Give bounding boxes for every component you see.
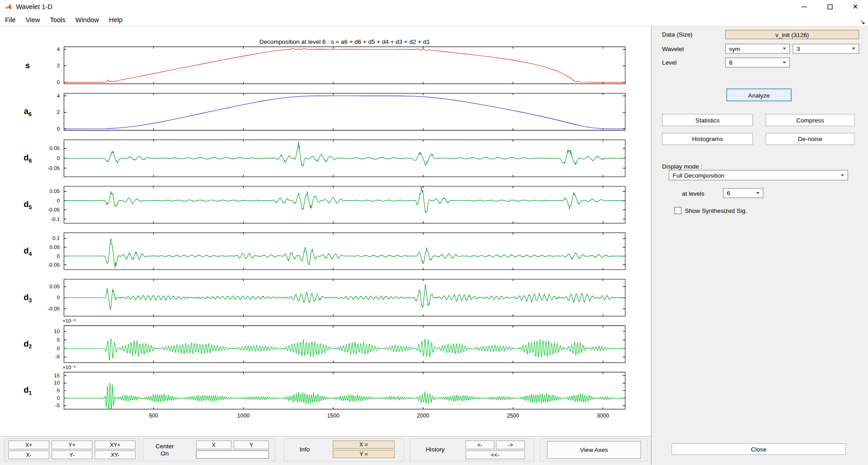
data-size-label: Data (Size) <box>662 31 692 38</box>
x-tick-label: 1500 <box>327 413 340 418</box>
x-tick-label: 2500 <box>507 413 519 418</box>
titlebar: Wavelet 1-D ✕ <box>0 0 868 13</box>
show-synthesized-checkbox[interactable] <box>674 207 681 214</box>
zoom-y-out-button[interactable]: Y- <box>52 451 93 460</box>
plot-a6[interactable] <box>64 93 626 131</box>
wavelet-1d-window: Wavelet 1-D ✕ File View Tools Window Hel… <box>0 0 868 465</box>
zoom-xy-in-button[interactable]: XY+ <box>94 441 136 450</box>
history-label: History <box>426 446 445 453</box>
menu-window[interactable]: Window <box>71 14 104 26</box>
chevron-down-icon <box>841 174 844 176</box>
data-size-field: v_init (3126) <box>725 30 859 39</box>
view-axes-group: View Axes <box>540 438 648 461</box>
y-tick-label: 0 <box>31 395 60 401</box>
wavelet-label: Wavelet <box>662 45 684 52</box>
zoom-group: X+ Y+ XY+ X- Y- XY- <box>5 438 140 461</box>
y-tick-label: 4 <box>31 93 60 99</box>
plot-d2[interactable] <box>64 325 626 363</box>
y-tick-label: 4 <box>31 46 60 52</box>
y-tick-label: 0 <box>31 345 60 351</box>
history-forward-button[interactable]: -> <box>496 441 525 450</box>
decomposition-plot-region: Decomposition at level 6 : s = a6 + d6 +… <box>0 27 651 436</box>
wavelet-family-value: sym <box>729 45 741 52</box>
panel-row-d4: d40.10.050-0.05 <box>0 232 626 270</box>
y-tick-label: 15 <box>31 372 60 378</box>
maximize-button[interactable] <box>817 0 842 13</box>
plot-d1[interactable] <box>64 372 626 409</box>
wavelet-family-select[interactable]: sym <box>725 44 790 54</box>
plot-d3[interactable] <box>64 279 626 316</box>
wavelet-number-select[interactable]: 3 <box>793 44 859 54</box>
at-levels-value: 6 <box>727 190 731 197</box>
plot-s[interactable] <box>64 47 626 84</box>
center-value-input[interactable] <box>196 451 269 459</box>
zoom-x-out-button[interactable]: X- <box>8 451 49 460</box>
zoom-y-in-button[interactable]: Y+ <box>52 441 93 450</box>
chevron-down-icon <box>783 47 786 50</box>
center-x-button[interactable]: X <box>196 441 231 450</box>
center-on-group: Center On X Y <box>143 438 276 461</box>
maximize-icon <box>827 4 832 9</box>
sidebar: Data (Size) v_init (3126) Wavelet sym 3 … <box>651 27 868 465</box>
at-levels-select[interactable]: 6 <box>723 188 763 198</box>
close-button[interactable]: Close <box>671 443 846 455</box>
y-tick-label: 0.05 <box>31 145 60 151</box>
center-label-line2: On <box>156 450 174 457</box>
y-tick-label: 0 <box>31 294 60 300</box>
level-value: 6 <box>729 59 733 66</box>
history-group: History <- -> <<- <box>410 438 534 461</box>
y-tick-label: 0.05 <box>31 283 60 289</box>
analyze-button[interactable]: Analyze <box>726 89 792 101</box>
menu-file[interactable]: File <box>0 14 21 26</box>
minimize-icon <box>802 6 807 7</box>
display-mode-label: Display mode : <box>662 163 702 170</box>
close-window-button[interactable]: ✕ <box>843 0 868 13</box>
statistics-button[interactable]: Statistics <box>662 114 753 126</box>
histograms-button[interactable]: Histograms <box>662 133 753 145</box>
history-rewind-button[interactable]: <<- <box>466 451 525 460</box>
y-tick-label: -0.05 <box>31 165 60 171</box>
y-tick-label: 10 <box>31 380 60 385</box>
y-tick-label: -0.1 <box>31 216 60 221</box>
y-tick-label: -5 <box>31 402 60 408</box>
info-group: Info X = Y = <box>283 438 404 461</box>
y-tick-label: 0 <box>31 253 60 258</box>
level-label: Level <box>662 59 676 66</box>
y-tick-label: -5 <box>31 354 60 360</box>
compress-button[interactable]: Compress <box>765 114 854 126</box>
chevron-down-icon <box>756 192 760 194</box>
y-tick-label: 2 <box>31 62 60 68</box>
minimize-button[interactable] <box>792 0 817 13</box>
x-tick-label: 500 <box>149 413 158 418</box>
menu-tools[interactable]: Tools <box>45 14 70 26</box>
plot-d6[interactable] <box>64 140 626 177</box>
y-tick-label: 0 <box>31 126 60 132</box>
menu-view[interactable]: View <box>21 14 45 26</box>
zoom-xy-out-button[interactable]: XY- <box>94 451 136 460</box>
denoise-button[interactable]: De-noise <box>765 133 854 145</box>
bottom-toolbar: X+ Y+ XY+ X- Y- XY- Center On X Y <box>0 436 651 465</box>
y-tick-label: 0.1 <box>31 235 60 241</box>
plot-d4[interactable] <box>64 232 626 270</box>
info-x-field: X = <box>333 441 395 449</box>
y-exponent-label: ×10⁻³ <box>62 365 75 370</box>
zoom-x-in-button[interactable]: X+ <box>8 441 49 450</box>
menubar: File View Tools Window Help ↘ <box>0 13 868 26</box>
decomposition-panels: s420a6420d60.050-0.05d50.050-0.05-0.1d40… <box>0 47 626 418</box>
menu-help[interactable]: Help <box>104 14 127 26</box>
y-tick-label: 10 <box>31 328 60 334</box>
dock-arrow-icon[interactable]: ↘ <box>860 18 865 25</box>
info-y-field: Y = <box>333 450 395 458</box>
level-select[interactable]: 6 <box>725 57 790 67</box>
history-back-button[interactable]: <- <box>466 441 495 450</box>
at-levels-label: at levels <box>682 190 704 197</box>
center-y-button[interactable]: Y <box>234 441 269 450</box>
chevron-down-icon <box>852 47 855 50</box>
display-mode-select[interactable]: Full Decomposition <box>669 170 848 180</box>
y-tick-label: 0 <box>31 79 60 85</box>
center-label-line1: Center <box>156 443 174 450</box>
view-axes-button[interactable]: View Axes <box>547 441 641 459</box>
y-tick-label: 0 <box>31 197 60 203</box>
panel-row-d5: d50.050-0.05-0.1 <box>0 186 626 223</box>
plot-d5[interactable] <box>64 186 626 223</box>
